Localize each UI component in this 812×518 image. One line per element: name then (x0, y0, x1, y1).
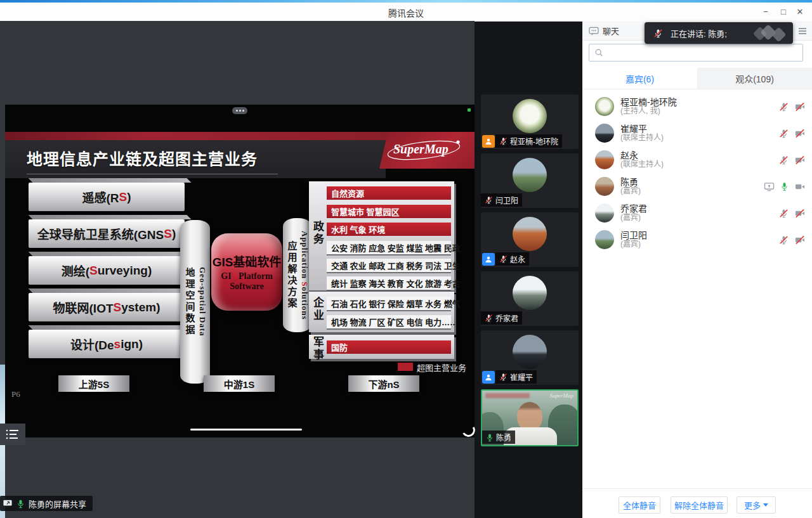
panel-menu-button[interactable] (798, 26, 807, 37)
tab-viewers[interactable]: 观众(109) (697, 68, 812, 89)
avatar (595, 177, 614, 196)
list-icon (6, 429, 20, 440)
thumbnail-name-strip: 闫卫阳 (481, 193, 522, 207)
tab-guests[interactable]: 嘉宾(6) (582, 68, 697, 89)
mil-row: 国防 (327, 340, 451, 354)
participant-name: 崔耀平 (510, 372, 533, 382)
footer-divider (582, 488, 812, 489)
gov-row: 交通 农业 邮政 工商 税务 司法 卫生 (327, 259, 451, 272)
avatar (595, 204, 614, 223)
video-thumbnail[interactable]: 乔家君 (481, 271, 579, 326)
red-watermark (485, 393, 530, 398)
cohost-badge-icon (482, 371, 495, 384)
camera-muted-icon[interactable] (794, 235, 806, 245)
screen-share-status-badge: 陈勇的屏幕共享 (0, 496, 93, 511)
caret-down-icon (763, 503, 768, 507)
participant-name: 闫卫阳 (620, 230, 779, 240)
minimize-button[interactable]: − (757, 6, 774, 18)
video-watermark-logo: SuperMap (550, 392, 574, 399)
stream-label-downstream: 下游nS (348, 375, 419, 392)
participant-row[interactable]: 赵永(联席主持人) (582, 146, 812, 173)
mic-muted-icon[interactable] (779, 155, 789, 165)
chat-icon (589, 27, 599, 36)
cohost-badge-icon (482, 253, 495, 266)
thumbnail-name-strip: 乔家君 (481, 311, 522, 325)
section-label-military: 军事 (311, 336, 325, 361)
participant-row[interactable]: 崔耀平(联席主持人) (582, 120, 812, 146)
section-label-enterprise: 企业 (311, 297, 325, 322)
gov-row: 公安 消防 应急 安监 煤监 地震 民政 (327, 241, 451, 254)
upstream-box-rs: 遥感(RS) (29, 183, 185, 211)
participant-role: (嘉宾) (620, 240, 779, 249)
mic-on-icon (16, 499, 25, 508)
video-thumbnail[interactable]: 崔耀平 (481, 330, 579, 385)
annotation-toolbar-toggle[interactable] (0, 424, 25, 445)
thumbnail-name-strip: 赵永 (495, 252, 529, 266)
mic-muted-icon[interactable] (779, 129, 789, 138)
avatar (513, 99, 547, 133)
thumbnail-name-strip: 崔耀平 (495, 370, 537, 384)
gov-row: 自然资源 (327, 186, 451, 200)
speaking-toast-text: 正在讲话: 陈勇; (671, 27, 727, 39)
mute-all-button[interactable]: 全体静音 (619, 496, 660, 514)
active-speaker-video[interactable]: SuperMap 陈勇 (481, 389, 579, 446)
chat-tab-label: 聊天 (603, 25, 619, 37)
participant-role: (主持人, 我) (620, 107, 779, 116)
video-thumbnail[interactable]: 闫卫阳 (481, 153, 579, 208)
participant-name: 闫卫阳 (495, 195, 518, 205)
upstream-box-surveying: 测绘(Surveying) (29, 256, 185, 285)
unmute-all-button[interactable]: 解除全体静音 (671, 496, 728, 514)
slide-title: 地理信息产业链及超图主营业务 (27, 146, 357, 169)
mic-muted-icon[interactable] (779, 235, 789, 245)
legend-swatch (398, 363, 413, 371)
video-thumbnail[interactable]: 赵永 (481, 212, 579, 267)
speaking-toast: 正在讲话: 陈勇; (645, 22, 793, 44)
chat-tab[interactable]: 聊天 (589, 25, 619, 37)
mic-muted-icon (485, 314, 493, 322)
avatar (595, 230, 614, 249)
mic-on-icon (486, 433, 494, 442)
camera-muted-icon[interactable] (794, 209, 806, 218)
sharing-screen-icon[interactable] (764, 182, 775, 191)
thumbnail-name-strip: 程亚楠-地环院 (495, 134, 562, 148)
search-icon (594, 48, 603, 57)
participant-row[interactable]: 陈勇(嘉宾) (582, 173, 812, 200)
search-input[interactable] (607, 46, 802, 60)
mic-on-icon[interactable] (780, 181, 789, 191)
camera-muted-icon[interactable] (794, 129, 806, 138)
participant-name: 赵永 (510, 254, 525, 264)
participant-row[interactable]: 闫卫阳(嘉宾) (582, 226, 812, 253)
host-badge-icon (482, 135, 495, 148)
mic-muted-icon (499, 137, 508, 145)
more-options-icon[interactable] (232, 107, 247, 114)
maximize-button[interactable]: □ (775, 6, 792, 18)
gov-row: 统计 监察 海关 教育 文化 旅游 考古 (327, 276, 451, 290)
camera-muted-icon[interactable] (794, 155, 806, 165)
stream-label-upstream: 上游5S (58, 375, 129, 392)
participant-row[interactable]: 乔家君(嘉宾) (582, 200, 812, 226)
slide-progress-bar (190, 429, 302, 431)
hamburger-icon (798, 27, 807, 35)
camera-on-icon[interactable] (794, 182, 806, 191)
titlebar: 腾讯会议 − □ ✕ (0, 3, 812, 22)
camera-muted-icon[interactable] (794, 102, 806, 112)
mic-muted-icon (653, 29, 663, 38)
more-button-label: 更多 (744, 499, 761, 511)
gov-row: 智慧城市 智慧园区 (327, 205, 451, 218)
application-solutions-bar: 应用解决方案 Application Solutions (283, 218, 311, 332)
mic-muted-icon[interactable] (779, 102, 789, 112)
participant-name: 陈勇 (620, 177, 764, 187)
participant-row[interactable]: 程亚楠-地环院(主持人, 我) (582, 93, 812, 120)
mic-muted-icon[interactable] (779, 209, 789, 218)
meeting-window: 腾讯会议 − □ ✕ 地理信息产业链及超图主营业务 SuperMap 遥感(RS… (0, 0, 812, 518)
video-thumbnail[interactable]: 程亚楠-地环院 (481, 94, 579, 149)
participant-name: 乔家君 (620, 204, 779, 214)
upstream-box-design: 设计(Design) (29, 330, 185, 358)
supermap-logo-text: SuperMap (393, 142, 449, 157)
mic-muted-icon (485, 196, 493, 204)
close-button[interactable]: ✕ (792, 6, 808, 18)
more-button[interactable]: 更多 (737, 496, 776, 514)
participant-name: 崔耀平 (620, 124, 779, 134)
ent-row: 石油 石化 银行 保险 烟草 水务 燃气 (327, 297, 451, 310)
participant-name: 赵永 (620, 150, 779, 160)
